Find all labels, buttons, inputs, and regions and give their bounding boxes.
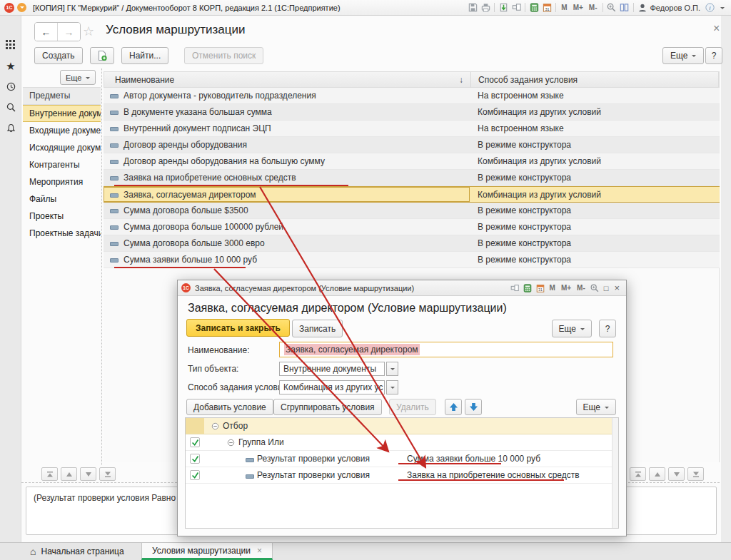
scroll-up-button[interactable] — [61, 467, 77, 481]
table-header[interactable]: Наименование ↓ Способ задания условия — [104, 71, 719, 88]
subjects-more-button[interactable]: Еще — [60, 70, 96, 85]
column-method-header[interactable]: Способ задания условия — [478, 75, 578, 85]
m-recall-button[interactable]: M — [547, 284, 558, 292]
dialog-close-button[interactable]: × — [611, 282, 622, 293]
scroll-up-button[interactable] — [649, 467, 665, 481]
tab-close-icon[interactable]: × — [257, 546, 262, 556]
split-columns-icon[interactable] — [618, 1, 631, 14]
current-user[interactable]: Федоров О.П. — [650, 4, 701, 12]
table-row[interactable]: Автор документа - руководитель подраздел… — [104, 88, 720, 104]
dialog-help-button[interactable]: ? — [599, 320, 616, 337]
main-menu-icon[interactable] — [17, 3, 26, 12]
table-row[interactable]: Договор аренды оборудования на большую с… — [104, 153, 720, 170]
m-plus-button[interactable]: M+ — [558, 284, 574, 292]
scroll-down-button[interactable] — [80, 467, 96, 481]
sidebar-item-project-tasks[interactable]: Проектные задачи — [23, 225, 101, 242]
calendar-icon[interactable]: 31 — [540, 1, 553, 14]
m-recall-button[interactable]: M — [558, 4, 570, 11]
zoom-icon[interactable] — [588, 282, 601, 294]
checkbox-checked[interactable] — [190, 437, 200, 447]
dialog-more-button[interactable]: Еще — [552, 320, 592, 337]
sidebar-item-internal-documents[interactable]: Внутренние документы — [23, 105, 101, 122]
table-row[interactable]: Сумма договора больше $3500В режиме конс… — [104, 203, 720, 219]
history-clock-icon[interactable] — [0, 81, 21, 95]
scroll-bottom-button[interactable] — [99, 467, 116, 481]
scroll-down-button[interactable] — [668, 467, 685, 481]
calendar-icon[interactable]: 31 — [534, 282, 547, 294]
tree-group-row[interactable]: Группа Или — [186, 434, 618, 451]
print-preview-icon[interactable] — [508, 282, 521, 294]
object-type-dropdown-button[interactable] — [386, 362, 398, 376]
m-minus-button[interactable]: M- — [574, 284, 588, 292]
object-type-combo[interactable]: Внутренние документы — [279, 362, 385, 376]
favorite-star-icon[interactable]: ☆ — [83, 24, 94, 39]
favorites-star-icon[interactable]: ★ — [0, 60, 21, 73]
table-row[interactable]: Сумма договора больше 100000 рублейВ реж… — [104, 219, 720, 235]
table-row[interactable]: Сумма договора больше 3000 евроВ режиме … — [104, 235, 720, 252]
table-row[interactable]: Заявка на приобретение основных средствВ… — [104, 170, 720, 186]
help-button[interactable]: ? — [705, 47, 722, 64]
search-icon[interactable] — [0, 102, 21, 116]
save-and-close-button[interactable]: Записать и закрыть — [186, 319, 290, 337]
add-condition-button[interactable]: Добавить условие — [186, 399, 273, 415]
m-plus-button[interactable]: M+ — [570, 4, 586, 11]
menu-grid-icon[interactable] — [0, 40, 21, 53]
m-minus-button[interactable]: M- — [586, 4, 600, 11]
find-button[interactable]: Найти... — [121, 47, 168, 64]
print-icon[interactable] — [479, 1, 492, 14]
sidebar-item-counterparties[interactable]: Контрагенты — [23, 156, 101, 173]
checkbox-checked[interactable] — [190, 454, 200, 464]
tree-root-row[interactable]: Отбор — [186, 418, 618, 434]
collapse-icon[interactable] — [227, 439, 235, 449]
table-row-selected[interactable]: Заявка, согласуемая директоромКомбинация… — [104, 186, 720, 203]
tree-scrollbar[interactable] — [612, 418, 618, 528]
condition-value[interactable]: Сумма заявки больше 10 000 руб — [407, 454, 540, 464]
table-row[interactable]: В документе указана большая суммаКомбина… — [104, 104, 720, 121]
chevron-down-icon[interactable] — [716, 1, 729, 14]
import-icon[interactable] — [497, 1, 510, 14]
group-conditions-button[interactable]: Сгруппировать условия — [273, 399, 382, 415]
sidebar-item-events[interactable]: Мероприятия — [23, 173, 101, 190]
table-row[interactable]: Сумма заявки больше 10 000 рубВ режиме к… — [104, 252, 720, 268]
table-row[interactable]: Договор аренды оборудованияВ режиме конс… — [104, 137, 720, 153]
scroll-top-button[interactable] — [630, 467, 646, 481]
sidebar-item-incoming-documents[interactable]: Входящие документы — [23, 122, 101, 139]
create-button[interactable]: Создать — [34, 47, 83, 64]
maximize-button[interactable]: □ — [601, 284, 612, 292]
save-button[interactable]: Записать — [292, 320, 343, 337]
condition-method-combo[interactable]: Комбинация из других ус — [279, 380, 385, 394]
conditions-more-button[interactable]: Еще — [576, 399, 616, 415]
scroll-bottom-button[interactable] — [687, 467, 704, 481]
sidebar-item-outgoing-documents[interactable]: Исходящие документы — [23, 139, 101, 156]
calculator-icon[interactable] — [521, 282, 534, 294]
list-more-button[interactable]: Еще — [662, 47, 704, 64]
column-name-header[interactable]: Наименование — [115, 75, 174, 85]
create-new-from-icon-button[interactable] — [90, 47, 114, 64]
sidebar-item-projects[interactable]: Проекты — [23, 208, 101, 225]
back-button[interactable]: ← — [35, 23, 57, 41]
condition-method-dropdown-button[interactable] — [386, 380, 398, 394]
save-icon[interactable] — [466, 1, 479, 14]
close-form-icon[interactable]: × — [713, 22, 720, 35]
dialog-title-bar[interactable]: 1С Заявка, согласуемая директором (Услов… — [178, 280, 626, 296]
calculator-icon[interactable] — [528, 1, 540, 14]
cancel-search-button[interactable]: Отменить поиск — [184, 47, 263, 64]
move-down-button[interactable] — [465, 399, 482, 415]
tab-routing-conditions[interactable]: Условия маршрутизации × — [141, 543, 273, 560]
tab-home-page[interactable]: ⌂ Начальная страница — [20, 543, 134, 560]
scroll-top-button[interactable] — [41, 467, 58, 481]
column-divider[interactable] — [470, 72, 471, 88]
forward-button[interactable]: → — [57, 23, 80, 41]
print-preview-icon[interactable] — [510, 1, 523, 14]
condition-value[interactable]: Заявка на приобретение основных средств — [407, 470, 580, 480]
move-up-button[interactable] — [445, 399, 462, 415]
info-icon[interactable]: i — [703, 1, 716, 14]
tree-condition-row[interactable]: Результат проверки условия Сумма заявки … — [186, 451, 618, 467]
sidebar-item-files[interactable]: Файлы — [23, 190, 101, 208]
zoom-icon[interactable] — [605, 1, 618, 14]
tree-condition-row[interactable]: Результат проверки условия Заявка на при… — [186, 467, 618, 484]
table-row[interactable]: Внутренний документ подписан ЭЦПНа встро… — [104, 121, 720, 137]
name-field[interactable]: Заявка, согласуемая директором — [279, 342, 613, 357]
collapse-icon[interactable] — [211, 422, 219, 432]
checkbox-checked[interactable] — [190, 470, 200, 480]
